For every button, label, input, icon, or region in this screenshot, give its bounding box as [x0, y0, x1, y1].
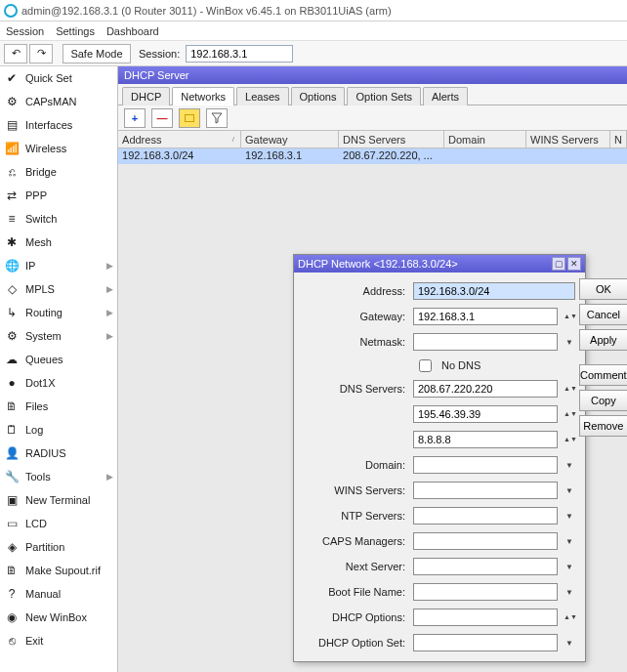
- col-domain[interactable]: Domain: [444, 131, 526, 147]
- col-address[interactable]: Address/: [118, 131, 241, 147]
- wins-drop-icon[interactable]: ▼: [564, 486, 575, 495]
- address-field[interactable]: [413, 282, 575, 300]
- netmask-field[interactable]: [413, 333, 558, 351]
- sidebar-item-tools[interactable]: 🔧Tools▶: [0, 465, 117, 488]
- dns2-stepper[interactable]: ▲▼: [564, 411, 575, 417]
- ok-button[interactable]: OK: [579, 278, 627, 300]
- wins-field[interactable]: [413, 482, 558, 499]
- ntp-field[interactable]: [413, 507, 558, 525]
- dns2-field[interactable]: [413, 405, 558, 423]
- sidebar-item-exit[interactable]: ⎋Exit: [0, 629, 117, 652]
- col-wins[interactable]: WINS Servers: [526, 131, 610, 147]
- sidebar-item-lcd[interactable]: ▭LCD: [0, 512, 117, 535]
- sidebar-item-mpls[interactable]: ◇MPLS▶: [0, 277, 117, 301]
- tab-options[interactable]: Options: [291, 87, 346, 105]
- sidebar-icon: 🔧: [4, 469, 20, 484]
- apply-button[interactable]: Apply: [579, 329, 627, 351]
- remove-dlg-button[interactable]: Remove: [579, 415, 627, 437]
- domain-drop-icon[interactable]: ▼: [564, 461, 575, 470]
- sidebar-item-routing[interactable]: ↳Routing▶: [0, 301, 117, 324]
- dns1-field[interactable]: [413, 380, 558, 398]
- sidebar-icon: ▭: [4, 516, 20, 531]
- dns3-field[interactable]: [413, 431, 558, 448]
- comment-button[interactable]: [179, 108, 200, 128]
- gateway-field[interactable]: [413, 308, 558, 325]
- sidebar-item-new-terminal[interactable]: ▣New Terminal: [0, 488, 117, 512]
- sidebar-item-radius[interactable]: 👤RADIUS: [0, 441, 117, 465]
- sidebar-item-ppp[interactable]: ⇄PPP: [0, 184, 117, 207]
- sidebar-item-interfaces[interactable]: ▤Interfaces: [0, 113, 117, 137]
- col-dns[interactable]: DNS Servers: [339, 131, 444, 147]
- undo-button[interactable]: ↶: [4, 44, 27, 63]
- sidebar-icon: ●: [4, 375, 20, 391]
- cancel-button[interactable]: Cancel: [579, 304, 627, 325]
- session-ip-input[interactable]: [186, 45, 293, 63]
- boot-drop-icon[interactable]: ▼: [564, 588, 575, 597]
- tab-alerts[interactable]: Alerts: [423, 87, 468, 105]
- redo-button[interactable]: ↷: [29, 44, 53, 63]
- close-icon[interactable]: ✕: [567, 257, 581, 271]
- sidebar-item-log[interactable]: 🗒Log: [0, 418, 117, 441]
- sidebar-icon: ✱: [4, 234, 20, 250]
- add-button[interactable]: +: [124, 108, 146, 128]
- sidebar-item-make-supout-rif[interactable]: 🗎Make Supout.rif: [0, 559, 117, 582]
- dhcpopt-stepper[interactable]: ▲▼: [564, 614, 575, 620]
- sidebar-item-files[interactable]: 🗎Files: [0, 395, 117, 418]
- comment-dlg-button[interactable]: Comment: [579, 364, 627, 386]
- sidebar-item-manual[interactable]: ?Manual: [0, 582, 117, 606]
- sidebar-item-label: New WinBox: [25, 611, 87, 623]
- dns1-stepper[interactable]: ▲▼: [564, 386, 575, 392]
- menu-session[interactable]: Session: [6, 25, 44, 37]
- sidebar-item-mesh[interactable]: ✱Mesh: [0, 231, 117, 254]
- boot-file-field[interactable]: [413, 583, 558, 601]
- no-dns-checkbox[interactable]: [419, 359, 432, 372]
- sidebar-item-dot1x[interactable]: ●Dot1X: [0, 371, 117, 395]
- caps-field[interactable]: [413, 532, 558, 550]
- caps-drop-icon[interactable]: ▼: [564, 537, 575, 546]
- copy-button[interactable]: Copy: [579, 390, 627, 411]
- tab-dhcp[interactable]: DHCP: [122, 87, 170, 105]
- next-drop-icon[interactable]: ▼: [564, 563, 575, 571]
- dhcp-option-set-field[interactable]: [413, 634, 558, 651]
- gateway-stepper[interactable]: ▲▼: [564, 314, 575, 319]
- dialog-buttons: OK Cancel Apply Comment Copy Remove: [579, 278, 627, 655]
- sidebar-item-quick-set[interactable]: ✔Quick Set: [0, 66, 117, 90]
- sidebar-item-label: PPP: [25, 189, 47, 201]
- dhcpset-drop-icon[interactable]: ▼: [564, 639, 575, 648]
- next-server-field[interactable]: [413, 558, 558, 575]
- sidebar-item-capsman[interactable]: ⚙CAPsMAN: [0, 90, 117, 113]
- sidebar-item-partition[interactable]: ◈Partition: [0, 535, 117, 559]
- sidebar-item-system[interactable]: ⚙System▶: [0, 324, 117, 348]
- sidebar-item-queues[interactable]: ☁Queues: [0, 348, 117, 371]
- table-row[interactable]: 192.168.3.0/24 192.168.3.1 208.67.220.22…: [118, 148, 627, 164]
- sidebar-item-ip[interactable]: 🌐IP▶: [0, 254, 117, 277]
- dhcp-options-field[interactable]: [413, 609, 558, 626]
- sidebar-item-switch[interactable]: ≡Switch: [0, 207, 117, 231]
- dialog-titlebar[interactable]: DHCP Network <192.168.3.0/24> ▢ ✕: [294, 255, 585, 273]
- sidebar-icon: ⚙: [4, 94, 20, 109]
- col-extra[interactable]: N: [610, 131, 627, 147]
- label-domain: Domain:: [300, 459, 407, 471]
- tab-networks[interactable]: Networks: [172, 87, 234, 105]
- sidebar-item-bridge[interactable]: ⎌Bridge: [0, 160, 117, 184]
- sidebar-icon: 🌐: [4, 258, 20, 273]
- domain-field[interactable]: [413, 456, 558, 474]
- filter-button[interactable]: [206, 108, 228, 128]
- dns3-stepper[interactable]: ▲▼: [564, 437, 575, 442]
- sidebar-item-new-winbox[interactable]: ◉New WinBox: [0, 606, 117, 629]
- col-gateway[interactable]: Gateway: [241, 131, 339, 147]
- sidebar-item-wireless[interactable]: 📶Wireless: [0, 137, 117, 160]
- cell-wins: [526, 148, 610, 164]
- sidebar-icon: ▤: [4, 117, 20, 133]
- sidebar-item-label: Bridge: [25, 166, 57, 178]
- ntp-drop-icon[interactable]: ▼: [564, 512, 575, 521]
- safe-mode-button[interactable]: Safe Mode: [63, 44, 131, 63]
- netmask-drop-icon[interactable]: ▼: [564, 338, 575, 347]
- menu-settings[interactable]: Settings: [56, 25, 95, 37]
- tab-leases[interactable]: Leases: [236, 87, 288, 105]
- tab-option-sets[interactable]: Option Sets: [347, 87, 420, 105]
- menu-dashboard[interactable]: Dashboard: [106, 25, 159, 37]
- minimize-icon[interactable]: ▢: [552, 257, 565, 271]
- sidebar: ✔Quick Set⚙CAPsMAN▤Interfaces📶Wireless⎌B…: [0, 66, 118, 672]
- remove-button[interactable]: —: [151, 108, 173, 128]
